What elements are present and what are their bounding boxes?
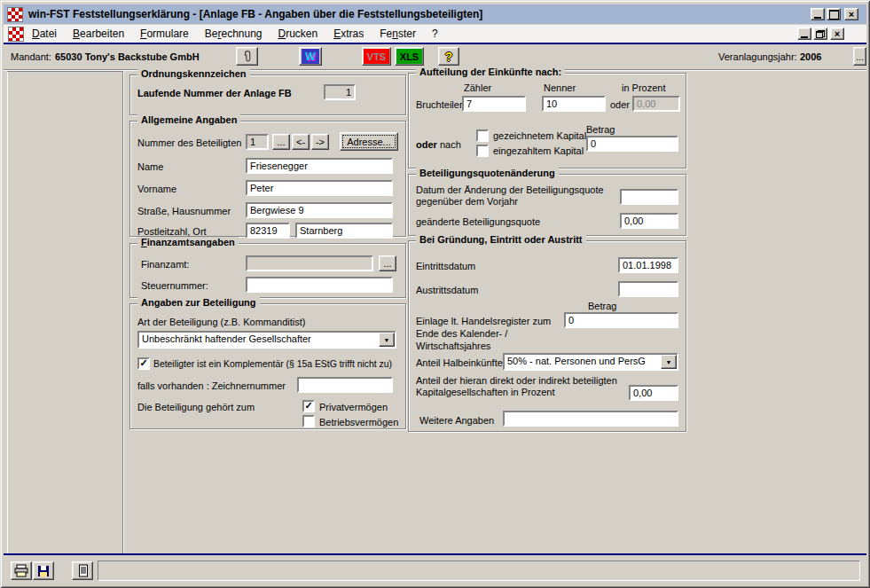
name-label: Name xyxy=(137,161,163,172)
gezeichnetes-kapital-label: gezeichnetem Kapital xyxy=(493,130,586,141)
vts-button[interactable]: VTS xyxy=(362,47,391,66)
plz-field[interactable] xyxy=(246,223,290,239)
protocol-button[interactable] xyxy=(72,561,93,580)
nummer-beteiligter-label: Nummer des Beteiligten xyxy=(137,137,241,148)
strasse-label: Straße, Hausnummer xyxy=(137,206,231,216)
word-icon: W xyxy=(302,49,319,64)
laufende-nummer-field[interactable] xyxy=(324,84,356,100)
eingezahltes-kapital-checkbox[interactable] xyxy=(476,145,489,157)
title-bar: win-FST Feststellungserklärung - [Anlage… xyxy=(4,4,866,24)
finanzamt-browse-button[interactable]: ... xyxy=(379,255,396,271)
privatvermoegen-checkbox[interactable]: ✓ xyxy=(302,400,315,412)
mdi-child-icon[interactable] xyxy=(8,27,24,42)
vorname-label: Vorname xyxy=(137,184,176,194)
group-caption: Aufteilung der Einkünfte nach: xyxy=(416,67,565,77)
adresse-button[interactable]: Adresse... xyxy=(340,132,398,151)
app-icon xyxy=(7,7,23,22)
komplementaer-label: Beteiligter ist ein Komplementär (§ 15a … xyxy=(153,359,392,369)
group-caption: Ordnungskennzeichen xyxy=(137,68,250,79)
menu-fenster[interactable]: Fenster xyxy=(372,26,424,42)
minimize-button[interactable] xyxy=(811,8,825,20)
oder-nach-label: oder nach xyxy=(416,139,461,150)
betriebsvermoegen-label: Betriebsvermögen xyxy=(319,417,398,427)
window-title: win-FST Feststellungserklärung - [Anlage… xyxy=(28,8,482,20)
art-beteiligung-label: Art der Beteiligung (z.B. Kommanditist) xyxy=(137,317,306,327)
beteiligter-browse-button[interactable]: ... xyxy=(272,134,290,150)
gezeichnetes-kapital-checkbox[interactable] xyxy=(476,129,489,142)
maximize-icon xyxy=(829,10,839,20)
veranlagungsjahr-more-button[interactable]: ... xyxy=(853,47,866,66)
chevron-down-icon[interactable]: ▼ xyxy=(379,333,395,347)
status-message-panel xyxy=(98,561,860,581)
mdi-close-button[interactable]: × xyxy=(830,27,844,40)
group-caption: Allgemeine Angaben xyxy=(137,114,240,125)
betriebsvermoegen-checkbox[interactable] xyxy=(302,415,315,427)
menu-formulare[interactable]: Formulare xyxy=(132,26,197,42)
menu-bar: Datei Bearbeiten Formulare Berechnung Dr… xyxy=(4,25,866,43)
privatvermoegen-label: Privatvermögen xyxy=(319,402,388,412)
halbeinkuenfte-combobox[interactable]: 50% - nat. Personen und PersG ▼ xyxy=(503,353,678,371)
minimize-icon xyxy=(814,17,821,19)
prozent-header: in Prozent xyxy=(622,82,666,93)
beteiligter-next-button[interactable]: -> xyxy=(311,134,329,150)
quoten-datum-label: Datum der Änderung der Beteiligungsquote… xyxy=(416,184,613,208)
nummer-beteiligter-field[interactable] xyxy=(246,134,269,150)
menu-drucken[interactable]: Drucken xyxy=(270,26,326,42)
group-caption: Angaben zur Beteiligung xyxy=(137,297,260,308)
nenner-field[interactable] xyxy=(542,96,606,112)
art-beteiligung-value: Unbeschränkt haftender Gesellschafter xyxy=(139,333,379,347)
halbeinkuenfte-value: 50% - nat. Personen und PersG xyxy=(505,355,661,369)
group-allgemeine-angaben: Allgemeine Angaben Nummer des Beteiligte… xyxy=(129,121,406,237)
name-field[interactable] xyxy=(246,158,393,174)
help-button[interactable]: ? xyxy=(438,47,459,66)
menu-bearbeiten[interactable]: Bearbeiten xyxy=(65,26,132,42)
menu-datei[interactable]: Datei xyxy=(24,26,65,42)
art-beteiligung-combobox[interactable]: Unbeschränkt haftender Gesellschafter ▼ xyxy=(137,331,396,349)
menu-extras[interactable]: Extras xyxy=(325,26,372,42)
komplementaer-checkbox[interactable]: ✓ xyxy=(137,357,150,370)
printer-icon xyxy=(14,564,28,577)
save-button[interactable] xyxy=(33,561,54,580)
xls-export-button[interactable]: XLS xyxy=(395,47,424,66)
save-icon xyxy=(37,565,50,577)
ort-field[interactable] xyxy=(295,223,393,239)
navigation-panel xyxy=(7,71,123,554)
maximize-button[interactable] xyxy=(827,8,841,20)
weitere-angaben-field[interactable] xyxy=(503,411,678,427)
mdi-restore-icon xyxy=(816,30,825,38)
finanzamt-field[interactable] xyxy=(246,255,373,271)
geaenderte-quote-label: geänderte Beteiligungsquote xyxy=(416,216,540,227)
mdi-minimize-button[interactable] xyxy=(797,27,811,40)
attachment-button[interactable] xyxy=(236,47,258,66)
notebook-icon xyxy=(77,564,89,577)
steuernummer-field[interactable] xyxy=(246,277,393,293)
quoten-datum-field[interactable] xyxy=(620,189,678,205)
zaehler-field[interactable] xyxy=(462,96,526,112)
group-quotenaenderung: Beteiligungsquotenänderung Datum der Änd… xyxy=(408,174,686,236)
close-button[interactable]: × xyxy=(844,8,858,20)
mdi-restore-button[interactable] xyxy=(813,27,827,40)
chevron-down-icon[interactable]: ▼ xyxy=(661,355,677,369)
kapitalgesellschaften-field[interactable] xyxy=(629,385,678,401)
veranlagungsjahr-value: 2006 xyxy=(800,51,821,62)
menu-hilfe[interactable]: ? xyxy=(424,26,446,42)
print-button[interactable] xyxy=(11,561,32,580)
zaehler-header: Zähler xyxy=(464,82,491,93)
word-export-button[interactable]: W xyxy=(299,47,322,66)
menu-berechnung[interactable]: Berechnung xyxy=(197,26,270,42)
group-aufteilung: Aufteilung der Einkünfte nach: Zähler Ne… xyxy=(408,73,686,169)
mandant-label: Mandant: xyxy=(11,51,51,62)
geaenderte-quote-field[interactable] xyxy=(620,213,678,229)
vorname-field[interactable] xyxy=(246,180,393,196)
beteiligter-prev-button[interactable]: <- xyxy=(292,134,310,150)
eintrittsdatum-field[interactable] xyxy=(618,257,678,273)
steuernummer-label: Steuernummer: xyxy=(141,280,208,291)
strasse-field[interactable] xyxy=(246,202,393,218)
kapital-betrag-field[interactable] xyxy=(586,136,678,152)
weitere-angaben-label: Weitere Angaben xyxy=(419,415,494,426)
einlage-field[interactable] xyxy=(564,312,678,328)
austrittsdatum-field[interactable] xyxy=(618,281,678,297)
prozent-field[interactable] xyxy=(632,96,680,112)
zeichnernummer-field[interactable] xyxy=(297,377,393,393)
mdi-close-icon: × xyxy=(835,29,840,38)
